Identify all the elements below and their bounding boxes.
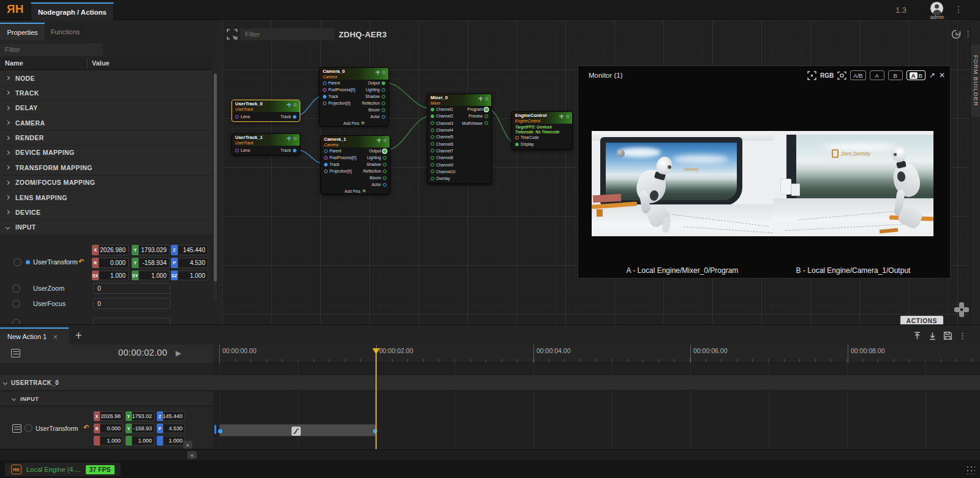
row-options-icon[interactable] bbox=[12, 424, 21, 433]
pin-postprocess[interactable] bbox=[324, 156, 328, 160]
properties-filter-input[interactable] bbox=[0, 43, 103, 56]
value-y2[interactable]: -158.934 bbox=[138, 258, 170, 268]
ab-split-button[interactable]: A/B bbox=[850, 70, 865, 80]
pin-channel5[interactable] bbox=[431, 135, 434, 139]
app-logo[interactable]: RH bbox=[7, 2, 23, 16]
b-view-button[interactable]: B bbox=[888, 70, 903, 80]
collapse-left-pane-button[interactable]: « bbox=[183, 441, 192, 449]
pin-lens[interactable] bbox=[235, 149, 239, 152]
keyframe-clip[interactable] bbox=[219, 424, 376, 436]
value-sy[interactable]: 1.000 bbox=[132, 436, 154, 446]
gear-icon[interactable]: ⚙ bbox=[565, 114, 570, 119]
value-sx[interactable]: 1.000 bbox=[100, 436, 123, 446]
move-icon[interactable] bbox=[375, 70, 380, 75]
section-camera[interactable]: CAMERA bbox=[0, 116, 213, 130]
section-zoom-focus-mapping[interactable]: ZOOM/FOCUS MAPPING bbox=[0, 176, 213, 190]
clipped-radio[interactable] bbox=[12, 319, 20, 324]
track-options-icon[interactable] bbox=[11, 349, 20, 357]
pin-channel2[interactable] bbox=[431, 114, 434, 118]
node-camera-0[interactable]: Camera_0 Camera ⚙ Parent PostProcess[0] … bbox=[319, 67, 389, 127]
value-sy[interactable]: 1.000 bbox=[138, 271, 170, 280]
pane-scrollbar-thumb[interactable] bbox=[214, 425, 216, 434]
engine-status-chip[interactable]: RE Local Engine (4.... 37 FPS bbox=[5, 463, 121, 476]
pin-track[interactable] bbox=[324, 163, 328, 166]
value-y2[interactable]: -158.93 bbox=[132, 424, 154, 433]
pin-track[interactable] bbox=[293, 115, 296, 119]
value-x[interactable]: 2026.98 bbox=[100, 411, 123, 421]
pin-lens[interactable] bbox=[235, 115, 239, 119]
pin-channel1[interactable] bbox=[431, 108, 434, 111]
move-icon[interactable] bbox=[377, 138, 381, 143]
pin-channel7[interactable] bbox=[431, 149, 434, 152]
pin-projection[interactable] bbox=[323, 102, 326, 105]
rgb-toggle[interactable]: RGB bbox=[820, 72, 834, 79]
timeline-kebab-icon[interactable]: ⋮ bbox=[959, 331, 967, 340]
pin-actor[interactable] bbox=[383, 183, 386, 187]
node-usertrack-0[interactable]: UserTrack_0 UserTrack ⚙ Lens Track bbox=[232, 100, 300, 122]
import-icon[interactable] bbox=[928, 331, 937, 340]
value-z[interactable]: 145.440 bbox=[163, 411, 185, 421]
a-view-button[interactable]: A bbox=[870, 70, 884, 80]
pin-lighting[interactable] bbox=[382, 88, 385, 92]
node-camera-1[interactable]: Camera_1 Camera ⚙ Parent PostProcess[0] … bbox=[320, 135, 390, 195]
userzoom-field[interactable]: 0 bbox=[93, 283, 170, 294]
pin-channel6[interactable] bbox=[431, 142, 434, 146]
pin-bloom[interactable] bbox=[382, 108, 385, 112]
scrollbar-thumb[interactable] bbox=[214, 73, 217, 282]
gear-icon[interactable]: ⚙ bbox=[484, 97, 489, 101]
pin-shadow[interactable] bbox=[382, 95, 385, 99]
value-sz[interactable]: 1.000 bbox=[163, 436, 185, 446]
undo-icon[interactable]: ↶ bbox=[78, 258, 84, 266]
video-feed-b[interactable]: Zero Density bbox=[773, 131, 933, 236]
pin-preview[interactable] bbox=[484, 114, 488, 118]
move-icon[interactable] bbox=[478, 97, 483, 101]
section-input[interactable]: INPUT bbox=[0, 220, 213, 234]
pin-channel10[interactable] bbox=[431, 170, 434, 173]
current-time[interactable]: 00:00:02.00 bbox=[118, 348, 167, 357]
add-pins-button[interactable]: Add Pins⊕ bbox=[321, 188, 390, 194]
value-y[interactable]: 1793.02 bbox=[132, 411, 154, 421]
pin-shadow[interactable] bbox=[383, 163, 386, 166]
export-icon[interactable] bbox=[913, 331, 922, 340]
userfocus-field[interactable]: 0 bbox=[93, 298, 170, 309]
section-render[interactable]: RENDER bbox=[0, 131, 213, 145]
kebab-menu-icon[interactable]: ⋮ bbox=[954, 4, 963, 14]
clipped-field[interactable] bbox=[93, 318, 170, 324]
tab-nodegraph-actions[interactable]: Nodegraph / Actions bbox=[31, 2, 114, 20]
collapse-timeline-button[interactable]: « bbox=[187, 451, 197, 459]
pin-reflection[interactable] bbox=[383, 170, 386, 173]
section-transform-mapping[interactable]: TRANSFORM MAPPING bbox=[0, 160, 213, 174]
pin-lighting[interactable] bbox=[383, 156, 386, 160]
add-pins-button[interactable]: Add Pins⊕ bbox=[320, 120, 388, 126]
pin-timecode[interactable] bbox=[515, 136, 519, 140]
focus-icon[interactable] bbox=[837, 71, 846, 80]
value-r[interactable]: 0.000 bbox=[100, 424, 123, 433]
value-x[interactable]: 2026.980 bbox=[99, 245, 129, 255]
form-builder-tab[interactable]: FORM BUILDER bbox=[971, 45, 980, 117]
video-feed-a[interactable]: Density bbox=[592, 131, 773, 236]
pin-postprocess[interactable] bbox=[323, 88, 326, 92]
node-mixer-0[interactable]: Mixer_0 Mixer ⚙ Channel1 Channel2 Channe… bbox=[427, 94, 492, 184]
tab-functions[interactable]: Functions bbox=[45, 23, 86, 40]
pin-output[interactable] bbox=[382, 81, 385, 85]
add-action-button[interactable]: + bbox=[75, 330, 83, 341]
play-button[interactable]: ▶ bbox=[176, 349, 181, 357]
pin-display[interactable] bbox=[515, 143, 519, 146]
pin-overlay[interactable] bbox=[431, 177, 434, 181]
track-group-usertrack0[interactable]: USERTRACK_0 bbox=[0, 375, 980, 390]
pin-channel3[interactable] bbox=[431, 121, 434, 125]
move-icon[interactable] bbox=[287, 136, 291, 141]
history-icon[interactable] bbox=[951, 29, 962, 40]
node-enginecontrol[interactable]: EngineControl EngineControl ⚙ TargetFPS:… bbox=[511, 111, 573, 150]
pin-multiviewer[interactable] bbox=[484, 121, 488, 125]
section-delay[interactable]: DELAY bbox=[0, 101, 213, 115]
pin-projection[interactable] bbox=[324, 170, 328, 173]
track-subgroup-input[interactable]: INPUT bbox=[0, 392, 213, 405]
pin-track[interactable] bbox=[293, 149, 296, 152]
pin-parent[interactable] bbox=[324, 149, 328, 153]
section-track[interactable]: TRACK bbox=[0, 86, 213, 100]
fit-screen-icon[interactable] bbox=[807, 71, 816, 80]
value-z[interactable]: 145.440 bbox=[178, 245, 208, 255]
ease-curve-icon[interactable] bbox=[292, 427, 301, 436]
column-divider[interactable] bbox=[87, 58, 88, 69]
